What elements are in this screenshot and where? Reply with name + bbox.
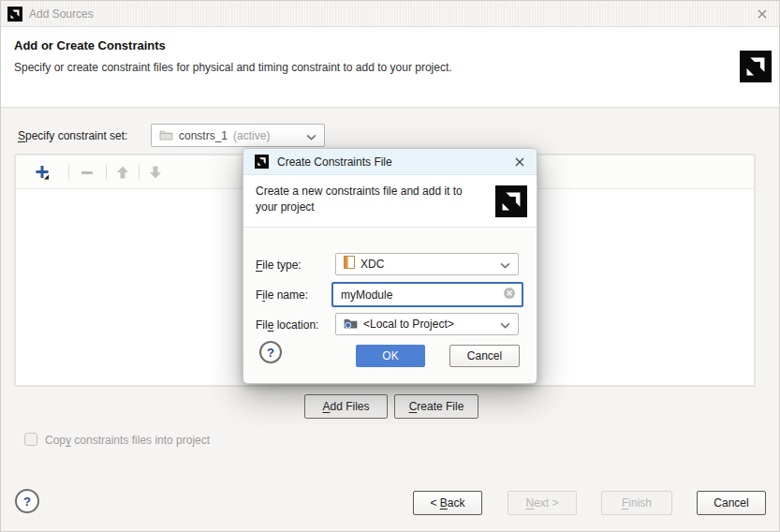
back-button[interactable]: < Back: [413, 491, 482, 515]
page-description: Specify or create constraint files for p…: [14, 61, 452, 74]
wizard-header: Add or Create Constraints Specify or cre…: [1, 27, 780, 109]
file-type-label: File type:: [256, 259, 302, 272]
xilinx-logo-icon: [7, 7, 22, 22]
create-constraints-file-dialog: Create Constraints File Create a new con…: [243, 148, 537, 384]
ok-button[interactable]: OK: [356, 345, 425, 367]
copy-files-checkbox[interactable]: [24, 433, 37, 446]
chevron-down-icon: [500, 256, 510, 273]
close-icon[interactable]: [755, 7, 770, 22]
file-type-value: XDC: [361, 258, 494, 271]
dialog-titlebar: Create Constraints File: [243, 149, 537, 175]
dialog-cancel-button[interactable]: Cancel: [449, 345, 520, 367]
dialog-close-icon[interactable]: [512, 155, 527, 170]
chevron-down-icon: [306, 127, 316, 144]
xilinx-logo-icon: [255, 155, 269, 169]
copy-files-label: Copy constraints files into project: [45, 434, 210, 447]
page-title: Add or Create Constraints: [14, 38, 166, 52]
file-name-label: File name:: [256, 288, 308, 302]
constraint-set-value: constrs_1: [179, 129, 228, 142]
file-type-dropdown[interactable]: XDC: [335, 253, 519, 275]
constraint-set-status: (active): [233, 129, 301, 142]
window-titlebar: Add Sources: [1, 1, 780, 27]
xdc-file-icon: [344, 256, 355, 273]
constraint-set-dropdown[interactable]: constrs_1 (active): [151, 124, 325, 147]
move-down-icon: [143, 160, 168, 185]
add-files-button[interactable]: Add Files: [304, 394, 388, 419]
folder-icon: [159, 127, 173, 144]
create-file-button[interactable]: Create File: [394, 394, 478, 419]
remove-file-icon: [75, 160, 99, 185]
file-name-field[interactable]: [331, 282, 523, 307]
next-button: Next >: [508, 491, 577, 515]
cancel-button[interactable]: Cancel: [697, 491, 766, 515]
dialog-help-icon[interactable]: ?: [259, 341, 282, 363]
dialog-description-area: Create a new constraints file and add it…: [243, 175, 537, 228]
clear-icon[interactable]: [503, 287, 516, 303]
chevron-down-icon: [500, 316, 510, 332]
local-folder-icon: [344, 316, 358, 332]
constraint-set-label: Specify constraint set:: [18, 129, 127, 142]
file-location-value: <Local to Project>: [363, 318, 494, 331]
move-up-icon: [110, 160, 135, 185]
finish-button: Finish: [601, 491, 672, 515]
xilinx-logo: [740, 51, 772, 82]
file-name-input[interactable]: [339, 288, 499, 303]
dialog-title: Create Constraints File: [277, 155, 392, 169]
dialog-description: Create a new constraints file and add it…: [256, 184, 478, 216]
window-title: Add Sources: [29, 7, 94, 21]
help-icon[interactable]: ?: [15, 489, 39, 513]
add-sources-window: Add Sources Add or Create Constraints Sp…: [0, 0, 780, 532]
xilinx-logo: [495, 185, 527, 217]
file-location-label: File location:: [256, 318, 318, 332]
file-location-dropdown[interactable]: <Local to Project>: [335, 313, 519, 335]
add-file-icon[interactable]: [30, 160, 54, 185]
